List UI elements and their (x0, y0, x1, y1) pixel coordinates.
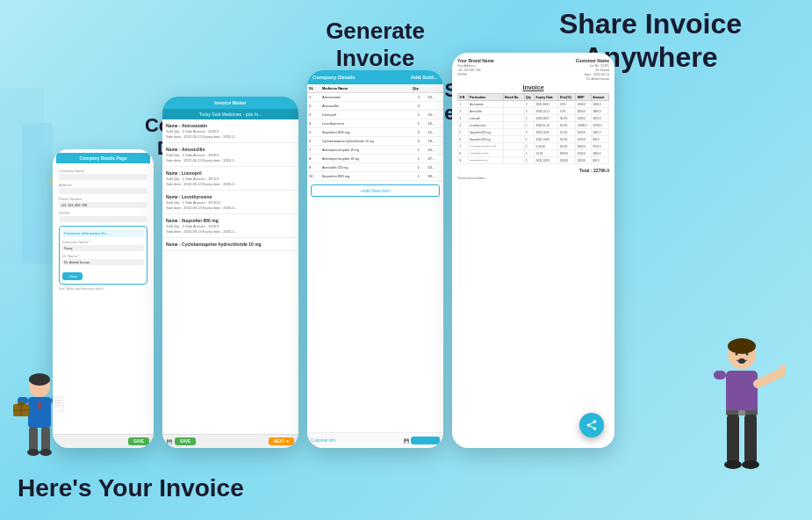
customer-name-input[interactable]: Suraj (62, 245, 144, 251)
med-sold: Sold Qty : 2 Sale Amount : 1500.0 (166, 224, 295, 228)
svg-point-29 (742, 460, 759, 469)
doctor-name-input[interactable]: Dr. Ashok kumar (62, 259, 144, 265)
generate-invoice-label: GenerateInvoice (307, 18, 443, 72)
table-row[interactable]: 6Cyclobenzaprine hydrochloride 10 mg219.… (307, 137, 443, 146)
screen3-footer: Customer info. 💾 Generate... (307, 432, 443, 448)
svg-point-7 (40, 449, 52, 456)
med-dates: Sale date : 2022-06-13 Expiry date : 202… (166, 182, 295, 186)
table-row[interactable]: 2Amoxicillin2 (307, 102, 443, 111)
table-row: 6Ibuprofen 800 mg12025-10-0950.0%1000.09… (458, 136, 609, 143)
invoice-table: S.N Particulars Batch No. Qty Expiry Dat… (457, 93, 609, 164)
list-item[interactable]: Name : Cyclobenzaprine hydrochloride 10 … (162, 238, 298, 251)
svg-rect-30 (714, 371, 726, 379)
customer-info-link[interactable]: Customer info. (311, 438, 336, 443)
brand-gstin: GSTIN (457, 73, 494, 76)
invoice-customer-address: Dr. Ashok kumar (576, 77, 609, 81)
med-name: Name : Levothyroxine (166, 194, 295, 199)
address-label: Address (59, 183, 147, 187)
med-dates: Sale date : 2022-06-13 Expiry date : 202… (166, 134, 295, 139)
bottom-heading: Here's Your Invoice (18, 474, 244, 502)
table-row[interactable]: 3Lisinopril116... (307, 111, 443, 119)
med-sold: Sold Qty : 1 Sale Amount : 1875.0 (166, 177, 295, 181)
svg-point-22 (738, 358, 745, 364)
gstin-input[interactable] (59, 216, 147, 222)
generate-button[interactable]: Generate... (411, 437, 440, 444)
screens-container: CompanyDetails CustomerDetails Company D… (53, 53, 614, 448)
table-row[interactable]: 7Amlodipine besylate 10 mg110... (307, 146, 443, 155)
list-item[interactable]: Name : Amoxicillin Sold Qty : 2 Sale Amo… (162, 143, 298, 167)
invoice-meta: Customer Name Inv No: 21201 Dr. Kamal Da… (576, 58, 609, 81)
svg-point-1 (29, 373, 50, 386)
screen2-pick-medicines: Invoice Maker Today Sold Medicines - pic… (162, 97, 298, 448)
list-item[interactable]: Name : Ibuprofen 800 mg Sold Qty : 2 Sal… (162, 214, 298, 238)
table-row[interactable]: 4Levothyroxine110... (307, 119, 443, 128)
add-item-button[interactable]: +Add New Item (311, 184, 440, 197)
med-sold: Sold Qty : 2 Sale Amount : 1900.0 (166, 153, 295, 157)
table-row: 3Lisinopril12026-08-0735.0%2500.01875.0 (458, 115, 609, 122)
brand-name: Your Brand Name (457, 58, 494, 63)
screen3-generate-invoice: Company Details Add Sold... SL Medicine … (307, 70, 443, 448)
col-price (427, 84, 443, 93)
company-name-input[interactable] (59, 174, 147, 180)
share-button[interactable] (579, 413, 604, 437)
medicines-table: SL Medicine Name Qty 1Atorvastatin210...… (307, 84, 443, 181)
col-disc: Disc(%) (558, 94, 576, 101)
table-row[interactable]: 8Amlodipine besylate 10 mg127... (307, 155, 443, 163)
table-row: 4Levothyroxine12026-01-1010.0%11990.0107… (458, 122, 609, 129)
customer-name-label: Customer Name * (62, 240, 144, 244)
doctor-name-label: Dr. Name * (62, 254, 144, 258)
invoice-content: Your Brand Name Your Address +91 123 456… (452, 53, 614, 404)
table-row[interactable]: 5Ibuprofen 800 mg215... (307, 128, 443, 137)
invoice-header: Your Brand Name Your Address +91 123 456… (457, 58, 609, 81)
col-mrp: MRP (576, 94, 591, 101)
table-row[interactable]: 10Ibuprofen 800 mg190... (307, 172, 443, 181)
svg-rect-23 (726, 371, 758, 415)
med-dates: Sale date : 2022-06-13 Expiry date : 202… (166, 206, 295, 210)
table-row: 1Atorvastatin22025-06-050.0%1000.01000.0 (458, 101, 609, 108)
col-expiry: Expiry Date (535, 94, 558, 101)
table-row: 8Amlodipine 500 mg113-031000.01000.01000… (458, 150, 609, 157)
list-item[interactable]: Name : Atorvastatin Sold Qty : 2 Sale Am… (162, 119, 298, 143)
phone-input[interactable]: +91 123 456 789 (59, 202, 147, 208)
invoice-customer: Dr. Kamal (576, 69, 609, 72)
med-dates: Sale date : 2022-06-13 Expiry date : 202… (166, 158, 295, 162)
svg-point-21 (746, 353, 749, 356)
next-button[interactable]: NEXT ➔ (269, 437, 294, 445)
screen1-header: Company Details Page (56, 153, 150, 163)
invoice-date: Date : 2022-06-13 (576, 73, 609, 76)
screen4-invoice-preview: Your Brand Name Your Address +91 123 456… (452, 53, 614, 448)
table-row: 2Amoxicillin22024-12-115.0%2000.01900.0 (458, 108, 609, 115)
list-item[interactable]: Name : Levothyroxine Sold Qty : 1 Sale A… (162, 191, 298, 214)
customer-section: Customer Information fo... Customer Name… (59, 226, 147, 285)
screen2-save-button[interactable]: SAVE (175, 437, 196, 445)
col-batch: Batch No. (503, 94, 524, 101)
col-name: Medicine Name (320, 84, 411, 93)
screen2-header: Invoice Maker (162, 97, 298, 109)
col-amount: Amount (591, 94, 608, 101)
svg-rect-25 (738, 410, 745, 415)
table-row[interactable]: 9Amoxicillin 500 mg110... (307, 163, 443, 172)
svg-rect-27 (744, 415, 757, 463)
save-customer-button[interactable]: +Save (62, 272, 83, 280)
table-row: 9Ibuprofen 500 mg12023-10-091000.01000.0… (458, 157, 609, 164)
svg-point-19 (728, 338, 756, 354)
address-input[interactable] (59, 188, 147, 194)
svg-rect-14 (53, 397, 63, 411)
med-name: Name : Lisinopril (166, 170, 295, 176)
screen2-footer: 💾 SAVE NEXT ➔ (162, 434, 298, 448)
med-name: Name : Cyclobenzaprine hydrochloride 10 … (166, 242, 295, 247)
table-row[interactable]: 1Atorvastatin210... (307, 93, 443, 102)
med-dates: Sale date : 2022-06-13 Expiry date : 202… (166, 229, 295, 234)
generate-icon: 💾 (404, 438, 409, 444)
person-left-illustration (9, 371, 70, 467)
col-qty: Qty (411, 84, 427, 93)
screen3-header: Company Details Add Sold... (307, 70, 443, 84)
gstin-label: GSTIN (59, 211, 147, 215)
screen1-save-button[interactable]: SAVE (128, 437, 149, 445)
invoice-no: Inv No: 21201 (576, 64, 609, 68)
list-item[interactable]: Name : Lisinopril Sold Qty : 1 Sale Amou… (162, 167, 298, 191)
share-icon (586, 419, 598, 431)
col-sn: S.N (458, 94, 469, 101)
company-name-label: Company Name (59, 169, 147, 173)
table-row: 5Ibuprofen 800 mg22023-10-0525.0%1000.01… (458, 129, 609, 136)
